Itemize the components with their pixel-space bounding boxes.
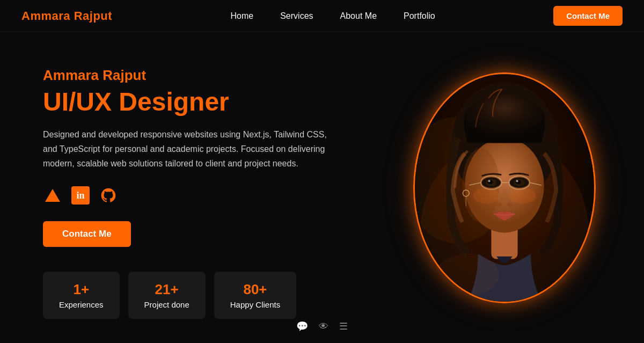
nav-link-portfolio[interactable]: Portfolio (404, 11, 435, 20)
svg-point-25 (507, 202, 513, 207)
stat-label-experiences: Experiences (59, 300, 104, 309)
navbar: Ammara Rajput Home Services About Me Por… (0, 0, 644, 32)
svg-point-12 (488, 180, 491, 182)
nav-link-services[interactable]: Services (280, 11, 313, 20)
stat-number-projects: 21+ (144, 281, 189, 298)
svg-point-8 (510, 188, 536, 203)
hero-right (397, 72, 612, 303)
hero-contact-button[interactable]: Contact Me (43, 221, 131, 247)
portrait-container (413, 72, 596, 303)
nav-item-home[interactable]: Home (231, 11, 254, 21)
svg-point-26 (436, 253, 499, 296)
nav-contact-button[interactable]: Contact Me (553, 6, 623, 26)
nav-links: Home Services About Me Portfolio (231, 11, 435, 21)
hero-section: Ammara Rajput UI/UX Designer Designed an… (0, 32, 644, 343)
stat-card-clients: 80+ Happy Clients (214, 272, 296, 319)
triangle-social-icon[interactable] (43, 186, 62, 205)
stat-card-experiences: 1+ Experiences (43, 272, 120, 319)
stat-number-experiences: 1+ (59, 281, 104, 298)
list-icon[interactable]: ☰ (339, 320, 348, 332)
stats-section: 1+ Experiences 21+ Project done 80+ Happ… (43, 272, 376, 319)
stat-number-clients: 80+ (230, 281, 280, 298)
stat-label-projects: Project done (144, 300, 189, 309)
linkedin-box: in (71, 186, 90, 205)
github-icon[interactable] (99, 186, 118, 205)
stat-card-projects: 21+ Project done (128, 272, 206, 319)
portrait-svg (415, 74, 594, 302)
nav-link-about[interactable]: About Me (340, 11, 377, 20)
social-icons: in (43, 186, 376, 205)
nav-item-services[interactable]: Services (280, 11, 313, 21)
nav-item-portfolio[interactable]: Portfolio (404, 11, 435, 21)
hero-description: Designed and developed responsive websit… (43, 127, 333, 171)
comment-icon[interactable]: 💬 (296, 320, 308, 332)
svg-point-24 (496, 202, 502, 207)
hero-name: Ammara Rajput (43, 67, 376, 84)
eye-icon[interactable]: 👁 (319, 321, 328, 332)
stat-label-clients: Happy Clients (230, 300, 280, 309)
bottom-icons: 💬 👁 ☰ (296, 320, 348, 332)
svg-point-7 (473, 188, 499, 203)
svg-point-17 (516, 180, 518, 182)
hero-title: UI/UX Designer (43, 88, 376, 116)
nav-item-about[interactable]: About Me (340, 11, 377, 21)
linkedin-icon[interactable]: in (71, 186, 90, 205)
nav-logo: Ammara Rajput (21, 9, 112, 23)
hero-left: Ammara Rajput UI/UX Designer Designed an… (43, 67, 376, 319)
nav-link-home[interactable]: Home (231, 11, 254, 20)
triangle-icon (45, 189, 60, 202)
